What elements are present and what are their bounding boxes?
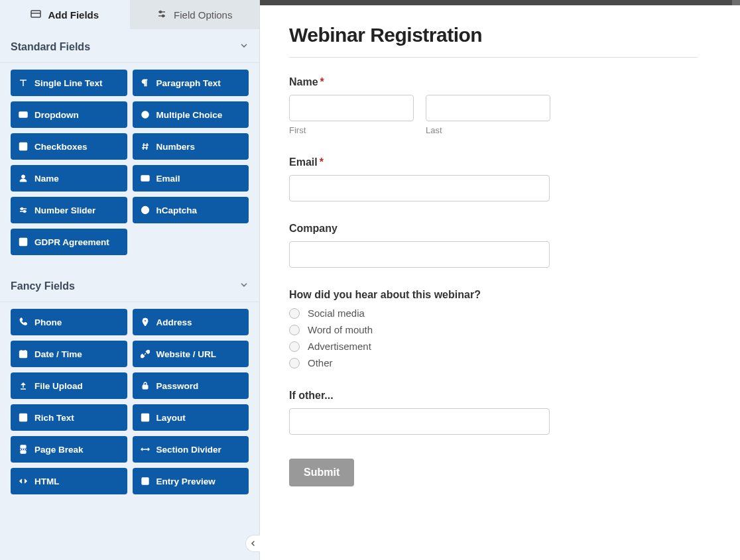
standard-fields-grid: Single Line Text Paragraph Text Dropdown… <box>0 63 259 268</box>
email-icon <box>141 174 150 183</box>
last-name-input[interactable] <box>426 95 550 121</box>
field-password[interactable]: Password <box>133 372 249 399</box>
field-label: Layout <box>156 413 186 423</box>
radio-input[interactable] <box>289 308 300 319</box>
field-rich-text[interactable]: Rich Text <box>11 404 127 431</box>
fancy-fields-grid: Phone Address Date / Time Website / URL … <box>0 302 259 508</box>
svg-point-21 <box>24 211 26 213</box>
lock-icon <box>141 381 150 390</box>
field-entry-preview[interactable]: Entry Preview <box>133 468 249 494</box>
field-number-slider[interactable]: Number Slider <box>11 197 127 223</box>
field-layout[interactable]: Layout <box>133 404 249 431</box>
captcha-icon: ? <box>141 205 150 215</box>
entry-preview-icon <box>141 476 150 486</box>
field-multiple-choice[interactable]: Multiple Choice <box>133 101 249 128</box>
calendar-icon <box>19 349 28 359</box>
field-paragraph-text[interactable]: Paragraph Text <box>133 70 249 96</box>
field-label: Checkboxes <box>34 142 88 152</box>
field-label: Phone <box>34 317 62 327</box>
radio-input[interactable] <box>289 341 300 352</box>
field-address[interactable]: Address <box>133 309 249 335</box>
svg-rect-32 <box>143 385 148 389</box>
field-name[interactable]: Name <box>11 165 127 192</box>
svg-point-16 <box>22 175 25 178</box>
scrollbar[interactable] <box>732 0 740 5</box>
svg-text:?: ? <box>143 208 146 213</box>
field-phone[interactable]: Phone <box>11 309 127 335</box>
radio-other[interactable]: Other <box>289 357 698 368</box>
user-icon <box>19 174 28 183</box>
field-label: Dropdown <box>34 110 79 120</box>
email-label: Email* <box>289 156 698 168</box>
svg-rect-38 <box>21 451 26 453</box>
field-website-url[interactable]: Website / URL <box>133 341 249 367</box>
paragraph-icon <box>141 78 150 87</box>
gdpr-icon <box>19 237 28 247</box>
form-preview: Webinar Registration Name* First Last <box>260 0 740 560</box>
svg-line-14 <box>143 143 144 150</box>
radio-label: Advertisement <box>308 341 371 352</box>
field-gdpr-agreement[interactable]: GDPR Agreement <box>11 229 127 255</box>
field-section-divider[interactable]: Section Divider <box>133 436 249 463</box>
radio-social-media[interactable]: Social media <box>289 308 698 319</box>
field-label: Number Slider <box>34 205 95 215</box>
title-divider <box>289 57 698 58</box>
last-sublabel: Last <box>426 125 550 135</box>
field-label: Paragraph Text <box>156 78 221 88</box>
add-fields-icon <box>31 9 41 21</box>
field-date-time[interactable]: Date / Time <box>11 341 127 367</box>
field-file-upload[interactable]: File Upload <box>11 372 127 399</box>
tab-label: Add Fields <box>48 9 99 21</box>
field-page-break[interactable]: Page Break <box>11 436 127 463</box>
radio-label: Word of mouth <box>308 324 373 335</box>
tab-add-fields[interactable]: Add Fields <box>0 0 130 29</box>
field-label: Date / Time <box>34 349 82 359</box>
field-block-name: Name* First Last <box>289 76 698 135</box>
field-label: Email <box>156 174 180 184</box>
radio-word-of-mouth[interactable]: Word of mouth <box>289 324 698 335</box>
field-label: Numbers <box>156 142 196 152</box>
other-input[interactable] <box>289 408 550 435</box>
sidebar-collapse-toggle[interactable] <box>245 535 260 552</box>
field-label: Multiple Choice <box>156 110 223 120</box>
field-label: Rich Text <box>34 413 74 423</box>
field-label: GDPR Agreement <box>34 237 109 247</box>
upload-icon <box>19 381 28 390</box>
radio-advertisement[interactable]: Advertisement <box>289 341 698 352</box>
radio-input[interactable] <box>289 325 300 335</box>
field-block-company: Company <box>289 223 698 268</box>
name-label: Name* <box>289 76 698 88</box>
company-input[interactable] <box>289 241 550 268</box>
sidebar-tabs: Add Fields Field Options <box>0 0 259 29</box>
first-name-input[interactable] <box>289 95 414 121</box>
field-block-email: Email* <box>289 156 698 201</box>
field-numbers[interactable]: Numbers <box>133 133 249 160</box>
field-label: HTML <box>34 476 60 486</box>
field-single-line-text[interactable]: Single Line Text <box>11 70 127 96</box>
field-checkboxes[interactable]: Checkboxes <box>11 133 127 160</box>
email-input[interactable] <box>289 175 550 201</box>
field-dropdown[interactable]: Dropdown <box>11 101 127 128</box>
field-hcaptcha[interactable]: ? hCaptcha <box>133 197 249 223</box>
svg-rect-26 <box>20 351 27 358</box>
field-html[interactable]: HTML <box>11 468 127 494</box>
html-icon <box>19 476 28 486</box>
slider-icon <box>19 205 28 215</box>
field-email[interactable]: Email <box>133 165 249 192</box>
chevron-down-icon <box>239 41 249 53</box>
section-header-fancy[interactable]: Fancy Fields <box>0 268 259 302</box>
page-break-icon <box>19 445 28 454</box>
form-title: Webinar Registration <box>289 24 698 57</box>
section-header-standard[interactable]: Standard Fields <box>0 29 259 63</box>
field-block-other: If other... <box>289 390 698 435</box>
field-options-icon <box>156 9 167 21</box>
radio-input[interactable] <box>289 358 300 368</box>
field-label: Address <box>156 317 192 327</box>
phone-icon <box>19 317 28 327</box>
chevron-down-icon <box>239 280 249 292</box>
field-label: Password <box>156 381 199 391</box>
svg-rect-0 <box>31 11 40 17</box>
radio-label: Social media <box>308 308 365 319</box>
submit-button[interactable]: Submit <box>289 459 354 486</box>
tab-field-options[interactable]: Field Options <box>130 0 260 29</box>
